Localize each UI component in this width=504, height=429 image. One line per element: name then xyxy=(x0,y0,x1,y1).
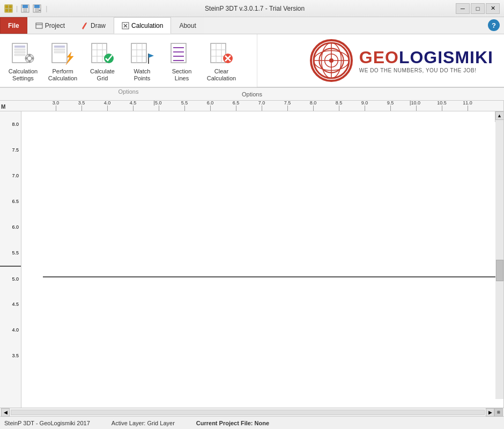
logo-text: GEOLOGISMIKI WE DO THE NUMBERS, YOU DO T… xyxy=(359,48,493,73)
menu-about[interactable]: About xyxy=(171,17,204,34)
options-label: Options xyxy=(242,91,262,97)
svg-rect-0 xyxy=(5,5,8,8)
svg-rect-1 xyxy=(9,5,12,8)
ribbon-item-calc-grid[interactable]: CalculateGrid xyxy=(84,37,121,85)
svg-rect-28 xyxy=(54,46,65,48)
toolbar-separator2: | xyxy=(46,5,47,12)
ruler-left-mark: 4.5 xyxy=(0,291,21,317)
ruler-left-mark: 3.5 xyxy=(0,343,21,368)
close-button[interactable]: ✕ xyxy=(486,3,500,14)
scrollbar-horizontal[interactable]: ◀ ▶ ⊞ xyxy=(0,408,504,416)
clear-calc-label: ClearCalculation xyxy=(207,68,236,82)
logo-brand: GEOLOGISMIKI xyxy=(359,48,493,67)
scroll-thumb-vertical[interactable] xyxy=(496,260,503,281)
ruler-left-mark: 6.5 xyxy=(0,189,21,214)
status-bar: SteinP 3DT - GeoLogismiki 2017 Active La… xyxy=(0,416,504,429)
status-app: SteinP 3DT - GeoLogismiki 2017 xyxy=(4,420,90,426)
ruler-mark: 11.0 xyxy=(455,101,480,111)
svg-rect-24 xyxy=(28,61,31,63)
scroll-track-horizontal[interactable] xyxy=(11,410,485,415)
ruler-mark: 6.5 xyxy=(223,101,249,111)
menu-file[interactable]: File xyxy=(0,17,27,34)
ruler-mark: 9.5 xyxy=(377,101,403,111)
calc-grid-icon xyxy=(90,40,115,66)
ruler-unit-label: M xyxy=(1,104,5,110)
project-icon xyxy=(35,22,43,29)
section-lines-label: SectionLines xyxy=(172,68,192,82)
svg-rect-11 xyxy=(36,23,42,28)
ruler-mark: 3.5 xyxy=(69,101,94,111)
svg-rect-30 xyxy=(54,51,65,53)
svg-rect-26 xyxy=(32,57,34,59)
menu-draw[interactable]: Draw xyxy=(73,17,114,34)
title-bar-app-icons: | + | xyxy=(4,4,49,13)
menu-calculation[interactable]: Calculation xyxy=(114,17,171,34)
main-area: M 3.0 3.5 4.0 4.5 |5.0 5.5 6.0 6.5 7.0 7… xyxy=(0,101,504,408)
ruler-left-mark: 5.5 xyxy=(0,240,21,266)
svg-marker-44 xyxy=(149,54,154,58)
ruler-mark: 6.0 xyxy=(197,101,223,111)
canvas-content: 8.0 7.5 7.0 6.5 6.0 5.5 5.0 4.5 4.0 3.5 xyxy=(0,111,503,408)
grid-line-5 xyxy=(43,276,504,277)
section-lines-icon xyxy=(169,40,195,66)
svg-rect-38 xyxy=(131,43,146,63)
svg-rect-17 xyxy=(14,46,25,48)
ruler-top-marks: 3.0 3.5 4.0 4.5 |5.0 5.5 6.0 6.5 7.0 7.5… xyxy=(21,101,503,111)
calc-settings-icon xyxy=(10,40,36,66)
drawing-canvas[interactable] xyxy=(43,122,504,408)
scroll-track-vertical[interactable] xyxy=(495,120,503,399)
watch-points-icon xyxy=(129,40,155,66)
draw-icon xyxy=(81,22,88,29)
ruler-left-mark: 5.0 xyxy=(0,266,21,291)
svg-rect-18 xyxy=(14,49,25,50)
ruler-mark: 3.0 xyxy=(43,101,69,111)
svg-rect-45 xyxy=(171,43,186,63)
ribbon-item-perform-calc[interactable]: PerformCalculation xyxy=(44,37,81,85)
window-title: SteinP 3DT v.3.0.1.7 - Trial Version xyxy=(54,5,456,12)
ruler-mark: |5.0 xyxy=(146,101,172,111)
logo-logismiki: LOGISMIKI xyxy=(399,48,493,67)
svg-point-22 xyxy=(27,56,32,61)
toolbar-separator: | xyxy=(16,5,18,12)
svg-rect-3 xyxy=(9,9,12,12)
ribbon-item-section-lines[interactable]: SectionLines xyxy=(163,37,201,85)
save-icon xyxy=(21,4,29,13)
calc-grid-label: CalculateGrid xyxy=(90,68,115,82)
ribbon-section-label: Options xyxy=(0,87,257,96)
svg-rect-6 xyxy=(24,9,27,12)
minimize-button[interactable]: ─ xyxy=(456,3,470,14)
scrollbar-vertical[interactable]: ▲ ▼ xyxy=(495,111,503,408)
status-project: Current Project File: None xyxy=(196,420,269,426)
canvas-area: M 3.0 3.5 4.0 4.5 |5.0 5.5 6.0 6.5 7.0 7… xyxy=(0,101,504,408)
window-controls[interactable]: ─ □ ✕ xyxy=(456,3,500,14)
ruler-left-mark: 6.0 xyxy=(0,214,21,240)
perform-calc-icon xyxy=(50,40,76,66)
svg-rect-19 xyxy=(14,51,25,53)
ruler-mark: 9.0 xyxy=(352,101,377,111)
ruler-left-mark: 7.0 xyxy=(0,163,21,189)
scroll-up-button[interactable]: ▲ xyxy=(495,111,504,120)
ribbon-item-calc-settings[interactable]: CalculationSettings xyxy=(4,37,42,85)
status-layer: Active Layer: Grid Layer xyxy=(112,420,175,426)
ruler-left-mark: 4.0 xyxy=(0,317,21,343)
scroll-left-button[interactable]: ◀ xyxy=(1,408,10,417)
maximize-button[interactable]: □ xyxy=(471,3,485,14)
ruler-mark: 7.5 xyxy=(275,101,300,111)
svg-rect-23 xyxy=(28,54,31,56)
watch-points-label: WatchPoints xyxy=(134,68,151,82)
ruler-mark: 4.0 xyxy=(94,101,120,111)
ruler-mark: 7.0 xyxy=(249,101,275,111)
ruler-mark: 5.5 xyxy=(172,101,197,111)
ribbon-item-clear-calc[interactable]: ClearCalculation xyxy=(203,37,240,85)
svg-rect-5 xyxy=(23,5,28,8)
menu-project[interactable]: Project xyxy=(27,17,73,34)
ribbon-item-watch-points[interactable]: WatchPoints xyxy=(123,37,161,85)
svg-rect-25 xyxy=(25,57,27,59)
calculation-icon xyxy=(122,22,129,29)
ruler-mark: 8.0 xyxy=(300,101,326,111)
ruler-mark: 4.5 xyxy=(120,101,146,111)
scroll-right-button[interactable]: ▶ xyxy=(486,408,494,417)
help-button[interactable]: ? xyxy=(488,19,500,31)
ribbon-logo: GEOLOGISMIKI WE DO THE NUMBERS, YOU DO T… xyxy=(257,34,504,87)
logo-geo: GEO xyxy=(359,48,399,67)
